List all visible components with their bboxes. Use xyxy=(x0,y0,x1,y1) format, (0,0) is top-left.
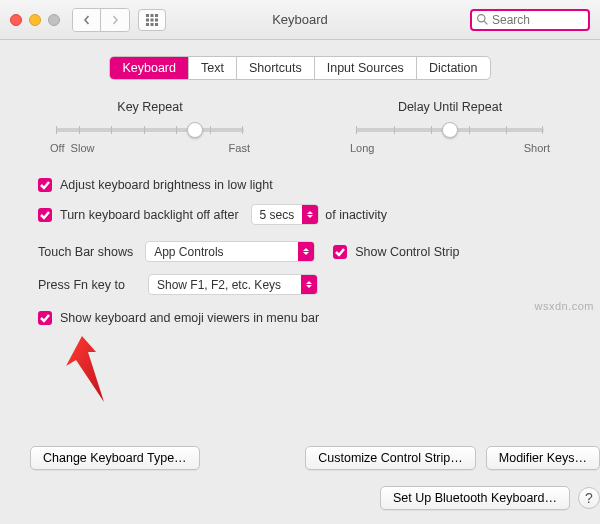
slider-row: Key Repeat Off Slow Fast Delay Until Rep… xyxy=(20,100,580,154)
check-icon xyxy=(40,180,50,190)
svg-rect-3 xyxy=(146,18,149,21)
help-button[interactable]: ? xyxy=(578,487,600,509)
settings-rows: Adjust keyboard brightness in low light … xyxy=(20,178,580,325)
nav-buttons xyxy=(72,8,130,32)
key-repeat-thumb[interactable] xyxy=(187,122,203,138)
svg-point-9 xyxy=(478,15,485,22)
fn-select[interactable]: Show F1, F2, etc. Keys xyxy=(148,274,318,295)
svg-rect-0 xyxy=(146,14,149,17)
watermark-text: wsxdn.com xyxy=(534,300,594,312)
back-button[interactable] xyxy=(73,9,101,31)
row-show-emoji: Show keyboard and emoji viewers in menu … xyxy=(38,311,580,325)
svg-rect-4 xyxy=(151,18,154,21)
backlight-off-label-post: of inactivity xyxy=(325,208,387,222)
svg-rect-1 xyxy=(151,14,154,17)
chevron-left-icon xyxy=(82,15,92,25)
setup-bluetooth-keyboard-button[interactable]: Set Up Bluetooth Keyboard… xyxy=(380,486,570,510)
show-emoji-checkbox[interactable] xyxy=(38,311,52,325)
traffic-lights xyxy=(10,14,60,26)
fn-value: Show F1, F2, etc. Keys xyxy=(149,278,289,292)
key-repeat-slider[interactable] xyxy=(56,120,244,140)
check-icon xyxy=(335,247,345,257)
select-arrow-icon xyxy=(298,242,314,261)
delay-title: Delay Until Repeat xyxy=(350,100,550,114)
bottom-button-row-1: Change Keyboard Type… Customize Control … xyxy=(30,446,600,470)
check-icon xyxy=(40,210,50,220)
tab-text[interactable]: Text xyxy=(189,57,237,79)
select-arrow-icon xyxy=(301,275,317,294)
close-window-button[interactable] xyxy=(10,14,22,26)
annotation-arrow-icon xyxy=(32,332,112,412)
delay-thumb[interactable] xyxy=(442,122,458,138)
svg-rect-8 xyxy=(155,23,158,26)
check-icon xyxy=(40,313,50,323)
show-emoji-label: Show keyboard and emoji viewers in menu … xyxy=(60,311,319,325)
titlebar: Keyboard xyxy=(0,0,600,40)
svg-marker-11 xyxy=(66,336,104,402)
forward-button[interactable] xyxy=(101,9,129,31)
touchbar-value: App Controls xyxy=(146,245,231,259)
grid-icon xyxy=(146,14,158,26)
content-area: Keyboard Text Shortcuts Input Sources Di… xyxy=(0,40,600,349)
backlight-timeout-value: 5 secs xyxy=(252,208,303,222)
search-box[interactable] xyxy=(470,9,590,31)
show-all-button[interactable] xyxy=(138,9,166,31)
svg-rect-6 xyxy=(146,23,149,26)
svg-rect-2 xyxy=(155,14,158,17)
delay-short-label: Short xyxy=(524,142,550,154)
change-keyboard-type-button[interactable]: Change Keyboard Type… xyxy=(30,446,200,470)
zoom-window-button xyxy=(48,14,60,26)
search-input[interactable] xyxy=(492,13,584,27)
key-repeat-fast-label: Fast xyxy=(229,142,250,154)
delay-slider[interactable] xyxy=(356,120,544,140)
delay-long-label: Long xyxy=(350,142,374,154)
backlight-off-checkbox[interactable] xyxy=(38,208,52,222)
tab-dictation[interactable]: Dictation xyxy=(417,57,490,79)
show-control-strip-label: Show Control Strip xyxy=(355,245,459,259)
key-repeat-slider-group: Key Repeat Off Slow Fast xyxy=(50,100,250,154)
key-repeat-title: Key Repeat xyxy=(50,100,250,114)
select-arrow-icon xyxy=(302,205,318,224)
key-repeat-off-label: Off xyxy=(50,142,64,154)
touchbar-select[interactable]: App Controls xyxy=(145,241,315,262)
key-repeat-slow-label: Slow xyxy=(71,142,95,154)
search-icon xyxy=(476,13,489,26)
tab-input-sources[interactable]: Input Sources xyxy=(315,57,417,79)
fn-label: Press Fn key to xyxy=(38,278,136,292)
adjust-brightness-checkbox[interactable] xyxy=(38,178,52,192)
svg-rect-5 xyxy=(155,18,158,21)
delay-slider-group: Delay Until Repeat Long Short xyxy=(350,100,550,154)
backlight-off-label-pre: Turn keyboard backlight off after xyxy=(60,208,239,222)
svg-rect-7 xyxy=(151,23,154,26)
backlight-timeout-select[interactable]: 5 secs xyxy=(251,204,320,225)
modifier-keys-button[interactable]: Modifier Keys… xyxy=(486,446,600,470)
adjust-brightness-label: Adjust keyboard brightness in low light xyxy=(60,178,273,192)
window-title: Keyboard xyxy=(272,12,328,27)
row-touchbar: Touch Bar shows App Controls Show Contro… xyxy=(38,241,580,262)
chevron-right-icon xyxy=(110,15,120,25)
customize-control-strip-button[interactable]: Customize Control Strip… xyxy=(305,446,476,470)
svg-line-10 xyxy=(484,21,487,24)
bottom-button-row-2: Set Up Bluetooth Keyboard… ? xyxy=(380,486,600,510)
minimize-window-button[interactable] xyxy=(29,14,41,26)
touchbar-label: Touch Bar shows xyxy=(38,245,133,259)
tab-shortcuts[interactable]: Shortcuts xyxy=(237,57,315,79)
tab-keyboard[interactable]: Keyboard xyxy=(110,57,189,79)
tabs: Keyboard Text Shortcuts Input Sources Di… xyxy=(109,56,490,80)
row-fn-key: Press Fn key to Show F1, F2, etc. Keys xyxy=(38,274,580,295)
row-adjust-brightness: Adjust keyboard brightness in low light xyxy=(38,178,580,192)
tab-row: Keyboard Text Shortcuts Input Sources Di… xyxy=(20,56,580,80)
row-backlight-off: Turn keyboard backlight off after 5 secs… xyxy=(38,204,580,225)
show-control-strip-checkbox[interactable] xyxy=(333,245,347,259)
